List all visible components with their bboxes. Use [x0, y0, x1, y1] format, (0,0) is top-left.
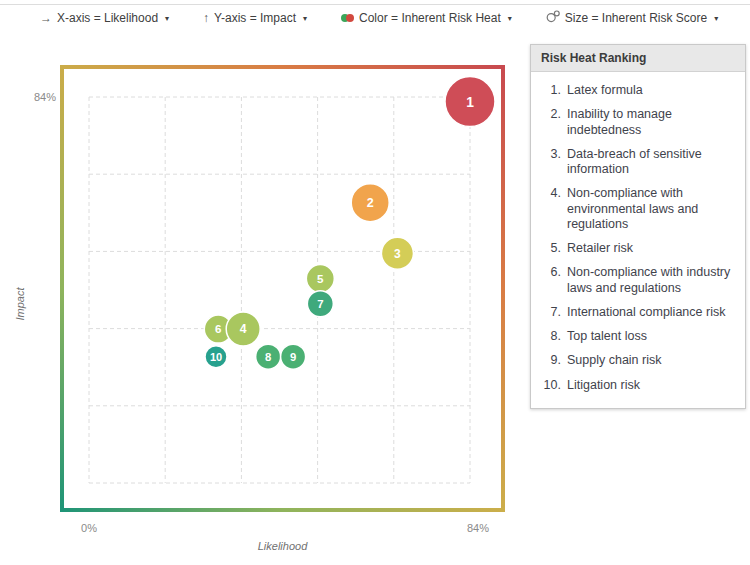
list-item[interactable]: 10.Litigation risk	[537, 378, 737, 393]
bubble-size-icon	[546, 10, 560, 26]
bubble-rank-label: 4	[240, 322, 247, 336]
chevron-down-icon: ▾	[714, 14, 718, 23]
chart-border-left	[60, 65, 64, 512]
color-dropdown[interactable]: Color = Inherent Risk Heat ▾	[341, 11, 512, 25]
size-dropdown-label: Size = Inherent Risk Score	[565, 11, 707, 25]
x-axis-tick-84: 84%	[464, 522, 492, 534]
color-dots-icon	[341, 11, 354, 25]
arrow-up-icon: ↑	[203, 11, 209, 25]
list-item[interactable]: 6.Non-compliance with industry laws and …	[537, 265, 737, 296]
color-dropdown-label: Color = Inherent Risk Heat	[359, 11, 501, 25]
top-divider	[0, 4, 750, 5]
arrow-right-icon: →	[40, 11, 52, 25]
risk-bubble-1[interactable]: 1	[445, 77, 495, 127]
chevron-down-icon: ▾	[508, 14, 512, 23]
list-item[interactable]: 8.Top talent loss	[537, 329, 737, 344]
risk-bubble-3[interactable]: 3	[381, 237, 413, 269]
chevron-down-icon: ▾	[303, 14, 307, 23]
y-axis-dropdown-label: Y-axis = Impact	[214, 11, 296, 25]
bubble-rank-label: 6	[215, 322, 222, 335]
bubble-rank-label: 3	[394, 247, 401, 261]
list-item[interactable]: 1.Latex formula	[537, 83, 737, 98]
list-item[interactable]: 7.International compliance risk	[537, 305, 737, 320]
risk-bubble-5[interactable]: 5	[306, 265, 334, 293]
list-item[interactable]: 2.Inability to manage indebtedness	[537, 107, 737, 138]
x-axis-dropdown[interactable]: → X-axis = Likelihood ▾	[40, 11, 169, 25]
chart-border-bottom	[60, 508, 505, 512]
chart-settings-toolbar: → X-axis = Likelihood ▾ ↑ Y-axis = Impac…	[40, 10, 718, 26]
x-axis-dropdown-label: X-axis = Likelihood	[57, 11, 158, 25]
bubble-rank-label: 2	[367, 196, 374, 210]
ranking-list: 1.Latex formula 2.Inability to manage in…	[531, 72, 745, 408]
risk-bubble-chart: 12356478910	[60, 65, 505, 512]
chart-plot-area: 12356478910	[60, 65, 505, 512]
bubble-rank-label: 1	[466, 95, 474, 110]
bubble-rank-label: 8	[265, 351, 271, 363]
chevron-down-icon: ▾	[165, 14, 169, 23]
size-dropdown[interactable]: Size = Inherent Risk Score ▾	[546, 10, 718, 26]
list-item[interactable]: 3.Data-breach of sensitive information	[537, 147, 737, 178]
list-item[interactable]: 5.Retailer risk	[537, 241, 737, 256]
chart-border-top	[60, 65, 505, 69]
list-item[interactable]: 4.Non-compliance with environmental laws…	[537, 186, 737, 232]
y-axis-dropdown[interactable]: ↑ Y-axis = Impact ▾	[203, 11, 307, 25]
x-axis-title: Likelihood	[60, 540, 505, 552]
panel-title: Risk Heat Ranking	[531, 45, 745, 72]
bubble-rank-label: 5	[317, 272, 324, 285]
bubble-rank-label: 10	[210, 351, 222, 363]
x-axis-tick-0: 0%	[75, 522, 103, 534]
bubble-rank-label: 9	[290, 351, 296, 363]
risk-bubble-7[interactable]: 7	[307, 291, 333, 317]
risk-heat-ranking-panel: Risk Heat Ranking 1.Latex formula 2.Inab…	[530, 44, 746, 409]
risk-bubble-4[interactable]: 4	[226, 312, 260, 346]
y-axis-tick-84: 84%	[14, 91, 56, 103]
list-item[interactable]: 9.Supply chain risk	[537, 353, 737, 368]
bubble-rank-label: 7	[317, 298, 323, 310]
risk-bubble-9[interactable]: 9	[281, 344, 306, 369]
y-axis-title: Impact	[14, 264, 26, 344]
risk-bubble-10[interactable]: 10	[205, 346, 227, 368]
risk-bubble-8[interactable]: 8	[256, 344, 281, 369]
chart-border-right	[501, 65, 505, 512]
risk-bubble-2[interactable]: 2	[351, 184, 389, 222]
risk-heatmap-app: → X-axis = Likelihood ▾ ↑ Y-axis = Impac…	[0, 0, 750, 565]
